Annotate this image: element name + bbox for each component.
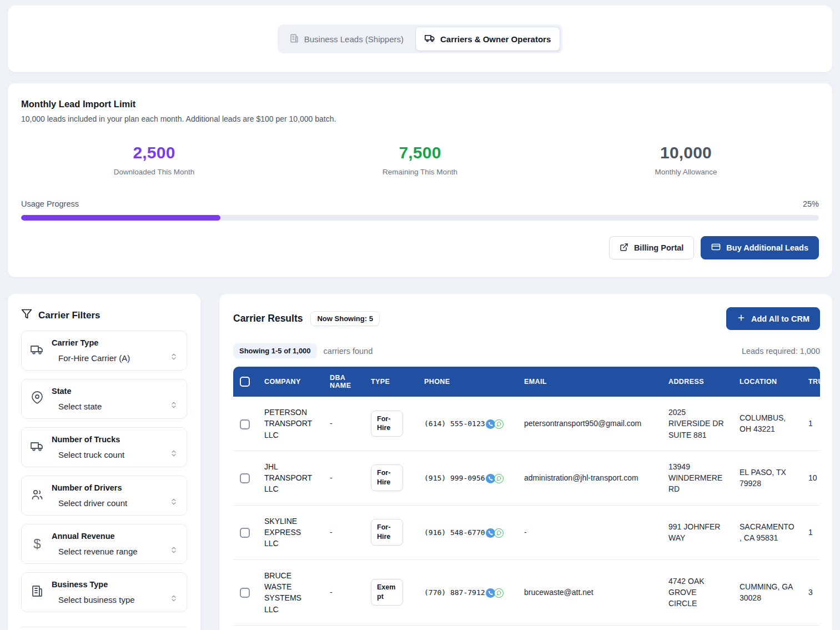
column-location: LOCATION — [733, 367, 802, 397]
column-phone: PHONE — [418, 367, 517, 397]
email-cell: - — [517, 505, 662, 559]
filter-annual-revenue-value: Select revenue range — [58, 547, 138, 556]
chevron-up-down-icon — [170, 449, 178, 459]
location-cell: SACRAMENTO, CA 95831 — [733, 505, 802, 559]
billing-portal-label: Billing Portal — [634, 243, 683, 252]
table-header-row: COMPANY DBA NAME TYPE PHONE EMAIL ADDRES… — [233, 367, 820, 397]
buy-additional-leads-label: Buy Additional Leads — [726, 243, 808, 252]
tab-carriers[interactable]: Carriers & Owner Operators — [415, 27, 560, 51]
chevron-up-down-icon — [170, 353, 178, 363]
funnel-icon — [21, 308, 32, 322]
stat-allowance-value: 10,000 — [553, 143, 819, 162]
trucks-cell: 1 — [802, 505, 820, 559]
company-cell: PETERSON TRANSPORT LLC — [258, 397, 323, 451]
billing-portal-button[interactable]: Billing Portal — [609, 236, 694, 259]
select-all-checkbox[interactable] — [240, 377, 250, 387]
email-cell: administration@jhl-transport.com — [517, 451, 662, 505]
filter-number-of-trucks[interactable]: Number of Trucks Select truck count — [21, 427, 187, 467]
phone-actions — [486, 588, 504, 598]
dollar-icon: $ — [31, 536, 44, 552]
bottom-layout: Carrier Filters Carrier Type For-Hire Ca… — [8, 294, 832, 630]
filter-number-of-drivers-select[interactable]: Select driver count — [52, 498, 178, 508]
filter-business-type-value: Select business type — [58, 595, 135, 604]
filter-number-of-trucks-value: Select truck count — [58, 450, 124, 459]
location-cell: EL PASO, TX 79928 — [733, 451, 802, 505]
filter-carrier-type-body: Carrier Type For-Hire Carrier (A) — [52, 338, 178, 363]
monthly-limit-card: Monthly Lead Import Limit 10,000 leads i… — [8, 83, 832, 277]
whatsapp-icon[interactable] — [494, 588, 504, 598]
filter-state-value: Select state — [58, 402, 102, 411]
row-checkbox[interactable] — [240, 473, 250, 483]
filter-business-type-select[interactable]: Select business type — [52, 594, 178, 604]
truck-icon — [31, 343, 44, 358]
chevron-up-down-icon — [170, 401, 178, 411]
results-meta-left: Showing 1-5 of 1,000 carriers found — [233, 343, 373, 358]
chevron-up-down-icon — [170, 594, 178, 604]
trucks-cell: 1 — [802, 397, 820, 451]
table-row: UNITED STONE LLC - For-Hire (423) 658-83… — [233, 625, 820, 630]
external-link-icon — [620, 243, 628, 253]
filter-annual-revenue-body: Annual Revenue Select revenue range — [52, 532, 178, 556]
stat-remaining: 7,500 Remaining This Month — [287, 143, 553, 176]
row-checkbox[interactable] — [240, 419, 250, 429]
filter-state[interactable]: State Select state — [21, 379, 187, 419]
building-icon — [31, 584, 44, 600]
column-email: EMAIL — [517, 367, 662, 397]
stat-remaining-value: 7,500 — [287, 143, 553, 162]
usage-stats-row: 2,500 Downloaded This Month 7,500 Remain… — [21, 143, 819, 176]
now-showing-badge: Now Showing: 5 — [310, 311, 379, 326]
building-icon — [289, 33, 299, 45]
filter-number-of-trucks-select[interactable]: Select truck count — [52, 449, 178, 459]
add-all-to-crm-button[interactable]: Add All to CRM — [726, 307, 820, 330]
results-table-container: COMPANY DBA NAME TYPE PHONE EMAIL ADDRES… — [233, 367, 820, 630]
filter-number-of-drivers[interactable]: Number of Drivers Select driver count — [21, 476, 187, 516]
filter-business-type-body: Business Type Select business type — [52, 580, 178, 604]
email-cell: brucewaste@att.net — [517, 559, 662, 625]
carriers-found-text: carriers found — [324, 347, 373, 356]
whatsapp-icon[interactable] — [494, 528, 504, 538]
filter-state-body: State Select state — [52, 387, 178, 411]
dba-cell: - — [323, 505, 364, 559]
whatsapp-icon[interactable] — [494, 419, 504, 429]
buy-additional-leads-button[interactable]: Buy Additional Leads — [701, 236, 819, 259]
filter-state-select[interactable]: Select state — [52, 401, 178, 411]
phone-number: (915) 999-0956 — [424, 474, 485, 482]
email-cell: unitedstonellc@gmail.com — [517, 625, 662, 630]
usage-progress-label: Usage Progress — [21, 199, 79, 208]
chevron-up-down-icon — [170, 546, 178, 556]
table-row: SKYLINE EXPRESS LLC - For-Hire (916) 548… — [233, 505, 820, 559]
address-cell: 13949 WINDERMERE RD — [662, 451, 733, 505]
filter-carrier-type-label: Carrier Type — [52, 338, 178, 347]
carrier-filters-panel: Carrier Filters Carrier Type For-Hire Ca… — [8, 294, 200, 630]
tab-business-leads[interactable]: Business Leads (Shippers) — [280, 27, 413, 51]
phone-actions — [486, 419, 504, 429]
stat-remaining-label: Remaining This Month — [287, 168, 553, 176]
phone-cell: (770) 887-7912 — [418, 559, 517, 625]
filter-annual-revenue[interactable]: $ Annual Revenue Select revenue range — [21, 524, 187, 564]
whatsapp-icon[interactable] — [494, 474, 504, 483]
sidebar-divider — [21, 627, 187, 627]
filter-annual-revenue-select[interactable]: Select revenue range — [52, 546, 178, 556]
address-cell: 991 JOHNFER WAY — [662, 505, 733, 559]
stat-allowance-label: Monthly Allowance — [553, 168, 819, 176]
phone-actions — [486, 474, 504, 483]
filter-business-type[interactable]: Business Type Select business type — [21, 572, 187, 612]
company-cell: UNITED STONE LLC — [258, 625, 323, 630]
filter-carrier-type-select[interactable]: For-Hire Carrier (A) — [52, 353, 178, 363]
row-checkbox[interactable] — [240, 588, 250, 598]
filter-number-of-trucks-label: Number of Trucks — [52, 435, 178, 444]
lead-type-tab-group: Business Leads (Shippers) Carriers & Own… — [278, 24, 563, 53]
chevron-up-down-icon — [170, 498, 178, 508]
credit-card-icon — [711, 242, 721, 253]
address-cell: 500 S PINE ST — [662, 625, 733, 630]
dba-cell: - — [323, 397, 364, 451]
stat-downloaded: 2,500 Downloaded This Month — [21, 143, 287, 176]
showing-count-badge: Showing 1-5 of 1,000 — [233, 343, 317, 358]
results-header: Carrier Results Now Showing: 5 Add All t… — [233, 307, 820, 330]
row-checkbox[interactable] — [240, 528, 250, 538]
address-cell: 4742 OAK GROVE CIRCLE — [662, 559, 733, 625]
filter-business-type-label: Business Type — [52, 580, 178, 589]
carrier-results-panel: Carrier Results Now Showing: 5 Add All t… — [219, 294, 832, 630]
phone-number: (770) 887-7912 — [424, 588, 485, 597]
filter-carrier-type[interactable]: Carrier Type For-Hire Carrier (A) — [21, 331, 187, 371]
